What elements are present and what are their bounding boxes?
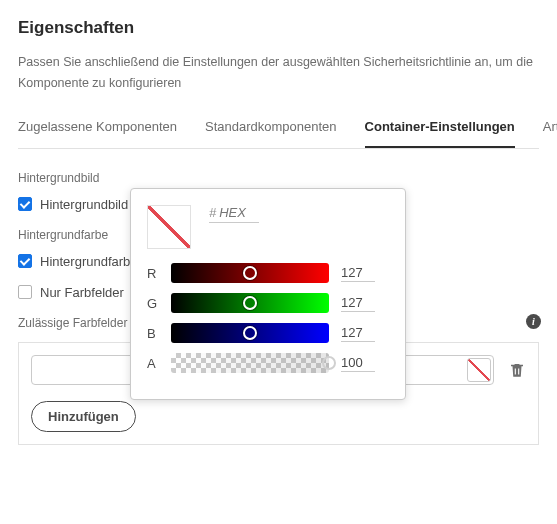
- page-title: Eigenschaften: [18, 18, 539, 38]
- channel-a-label: A: [147, 356, 159, 371]
- swatches-only-label: Nur Farbfelder: [40, 285, 124, 300]
- bgcolor-checkbox-label: Hintergrundfarbe: [40, 254, 138, 269]
- bgimage-checkbox[interactable]: [18, 197, 32, 211]
- color-picker-popover: # R G B A: [130, 188, 406, 400]
- add-button[interactable]: Hinzufügen: [31, 401, 136, 432]
- bgimage-heading: Hintergrundbild: [18, 171, 539, 185]
- bgimage-checkbox-label: Hintergrundbild: [40, 197, 128, 212]
- channel-g-label: G: [147, 296, 159, 311]
- tab-allowed-components[interactable]: Zugelassene Komponenten: [18, 119, 177, 148]
- hex-field[interactable]: #: [209, 205, 259, 223]
- channel-g-slider[interactable]: [171, 293, 329, 313]
- tab-container-settings[interactable]: Container-Einstellungen: [365, 119, 515, 148]
- color-preview-swatch: [147, 205, 191, 249]
- page-description: Passen Sie anschließend die Einstellunge…: [18, 52, 539, 95]
- hex-input[interactable]: [219, 205, 259, 220]
- tab-styles[interactable]: Arten: [543, 119, 557, 148]
- channel-g-value[interactable]: [341, 295, 375, 312]
- channel-b-value[interactable]: [341, 325, 375, 342]
- info-icon[interactable]: i: [526, 314, 541, 329]
- channel-b-slider[interactable]: [171, 323, 329, 343]
- channel-a-value[interactable]: [341, 355, 375, 372]
- bgcolor-checkbox[interactable]: [18, 254, 32, 268]
- swatch-color-chip[interactable]: [467, 358, 491, 382]
- swatches-only-checkbox[interactable]: [18, 285, 32, 299]
- channel-b-label: B: [147, 326, 159, 341]
- tabs: Zugelassene Komponenten Standardkomponen…: [18, 119, 539, 149]
- channel-r-slider[interactable]: [171, 263, 329, 283]
- channel-r-label: R: [147, 266, 159, 281]
- channel-r-value[interactable]: [341, 265, 375, 282]
- hex-hash: #: [209, 205, 216, 220]
- channel-a-slider[interactable]: [171, 353, 329, 373]
- delete-icon[interactable]: [508, 361, 526, 379]
- tab-default-components[interactable]: Standardkomponenten: [205, 119, 337, 148]
